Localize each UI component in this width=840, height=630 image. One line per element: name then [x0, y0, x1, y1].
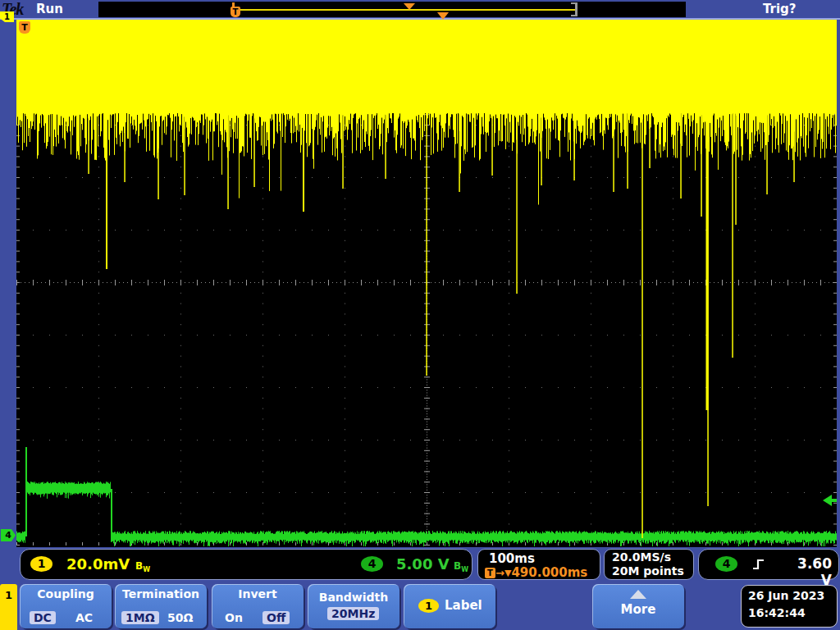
more-button-text: More	[592, 602, 684, 617]
more-button[interactable]: More	[592, 584, 684, 628]
bw-b: B	[454, 560, 461, 572]
date-text: 26 Jun 2023	[748, 589, 824, 602]
label-button[interactable]: 1 Label	[404, 584, 495, 628]
ch4-badge[interactable]: 4	[361, 556, 383, 572]
record-view-bar[interactable]: T	[98, 2, 686, 17]
trigger-delay-readout: T→▼490.000ms	[485, 565, 587, 580]
termination-option-50ohm[interactable]: 50Ω	[167, 611, 193, 624]
ch4-bandwidth-limit-icon: BW	[454, 557, 468, 573]
trigger-t-marker[interactable]: T	[19, 21, 30, 34]
bw-w: W	[461, 566, 468, 573]
graticule: T	[16, 20, 837, 547]
bandwidth-option-20mhz[interactable]: 20MHz	[327, 607, 379, 620]
termination-title: Termination	[115, 587, 207, 600]
ch1-badge[interactable]: 1	[30, 556, 52, 572]
trigger-position-triangle-icon[interactable]	[437, 12, 449, 20]
datetime-box: 26 Jun 2023 16:42:44	[741, 585, 838, 628]
bw-b: B	[135, 560, 143, 572]
invert-button[interactable]: Invert On Off	[212, 584, 304, 628]
window-right-bracket-serif-bottom	[571, 15, 578, 16]
trigger-source-badge: 4	[715, 556, 737, 572]
top-status-bar: Tek Run T Trig?	[0, 0, 840, 19]
trigger-readout-box[interactable]: 4 3.60 V	[698, 549, 839, 580]
bandwidth-title: Bandwidth	[308, 591, 399, 604]
channel-readout-box: 1 20.0mV BW 4 5.00 V BW	[20, 549, 472, 580]
timebase-scale: 100ms	[489, 551, 535, 566]
trigger-position-icon[interactable]	[404, 3, 415, 10]
timebase-readout-box[interactable]: 100ms T→▼490.000ms	[477, 549, 600, 580]
arrow-right-icon: →	[495, 567, 504, 579]
time-text: 16:42:44	[748, 606, 806, 619]
sample-rate: 20.0MS/s	[612, 550, 671, 564]
coupling-option-dc[interactable]: DC	[30, 611, 56, 624]
termination-option-1mohm[interactable]: 1MΩ	[121, 611, 159, 624]
ch1-position-marker[interactable]: 1	[0, 11, 14, 22]
acquisition-status: Run	[36, 2, 63, 16]
ch1-badge: 1	[418, 599, 439, 613]
trigger-status: Trig?	[763, 2, 797, 16]
ch4-ground-marker[interactable]: 4	[1, 529, 16, 541]
record-length: 20M points	[612, 564, 684, 578]
ch1-scale-readout[interactable]: 20.0mV	[66, 555, 130, 573]
oscilloscope-screen: Tek Run T Trig? T 1 4 1 20.0mV BW 4 5.00…	[0, 0, 840, 630]
bw-w: W	[143, 566, 150, 573]
invert-option-on[interactable]: On	[225, 611, 243, 624]
termination-button[interactable]: Termination 1MΩ 50Ω	[115, 584, 207, 628]
invert-title: Invert	[212, 587, 304, 600]
ch1-bandwidth-limit-icon: BW	[135, 557, 150, 573]
channel-menu-tab[interactable]: 1	[0, 584, 17, 630]
trigger-t-icon: T	[485, 568, 495, 578]
rising-edge-icon	[751, 557, 766, 572]
coupling-title: Coupling	[20, 587, 112, 600]
acquisition-readout-box: 20.0MS/s 20M points	[604, 549, 694, 580]
coupling-button[interactable]: Coupling DC AC	[20, 584, 112, 628]
trigger-level-readout: 3.60 V	[783, 555, 832, 588]
window-trigger-tag: T	[231, 7, 240, 17]
arrow-up-icon	[630, 590, 646, 599]
bandwidth-button[interactable]: Bandwidth 20MHz	[308, 584, 399, 628]
ch4-scale-readout[interactable]: 5.00 V	[396, 555, 450, 573]
invert-option-off[interactable]: Off	[262, 611, 290, 624]
coupling-option-ac[interactable]: AC	[75, 611, 93, 624]
waveform-display	[16, 20, 837, 547]
label-button-text: Label	[445, 598, 482, 613]
delay-value: 490.000ms	[511, 565, 587, 580]
window-right-bracket-serif-top	[571, 2, 578, 4]
